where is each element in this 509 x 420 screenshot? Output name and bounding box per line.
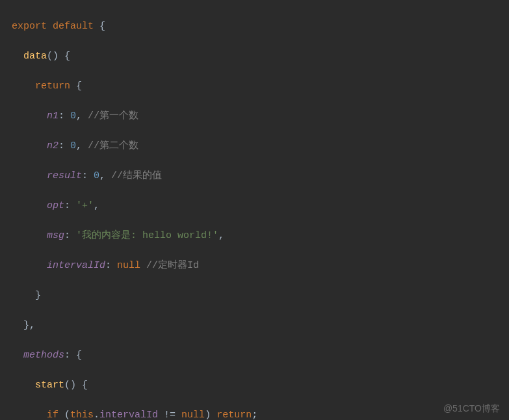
- code-line: start() {: [12, 378, 509, 393]
- code-line: data() {: [12, 49, 509, 64]
- property: intervalId: [47, 260, 105, 271]
- brace: {: [94, 21, 105, 32]
- code-line: msg: '我的内容是: hello world!',: [12, 228, 509, 243]
- property: msg: [47, 230, 64, 241]
- code-line: return {: [12, 79, 509, 94]
- code-line: },: [12, 318, 509, 333]
- property: n2: [47, 140, 59, 151]
- keyword: if: [47, 410, 59, 420]
- code-line: if (this.intervalId != null) return;: [12, 408, 509, 420]
- property: opt: [47, 200, 64, 211]
- code-line: n2: 0, //第二个数: [12, 138, 509, 153]
- string: '我的内容是: hello world!': [76, 230, 218, 241]
- comment: //第二个数: [88, 140, 138, 151]
- this: this: [70, 410, 94, 420]
- comment: //结果的值: [111, 170, 162, 181]
- code-line: methods: {: [12, 348, 509, 363]
- number: 0: [70, 111, 76, 122]
- keyword: return: [216, 410, 252, 420]
- null: null: [181, 410, 205, 420]
- comment: //定时器Id: [146, 260, 199, 271]
- keyword: return: [35, 81, 70, 92]
- null: null: [117, 260, 140, 271]
- comment: //第一个数: [88, 111, 138, 122]
- code-line: n1: 0, //第一个数: [12, 109, 509, 124]
- property: n1: [47, 111, 59, 122]
- code-editor: export default { data() { return { n1: 0…: [0, 0, 509, 420]
- property: intervalId: [99, 410, 158, 420]
- number: 0: [70, 140, 76, 151]
- watermark: @51CTO博客: [443, 403, 500, 415]
- property: result: [47, 170, 82, 181]
- keyword: export default: [12, 21, 94, 32]
- string: '+': [76, 200, 94, 211]
- method-name: start: [35, 380, 64, 391]
- code-line: opt: '+',: [12, 198, 509, 213]
- code-line: }: [12, 288, 509, 303]
- method-name: data: [23, 51, 47, 62]
- code-line: result: 0, //结果的值: [12, 168, 509, 183]
- code-line: export default {: [12, 19, 509, 34]
- number: 0: [94, 170, 99, 181]
- code-line: intervalId: null //定时器Id: [12, 258, 509, 273]
- property: methods: [23, 350, 64, 361]
